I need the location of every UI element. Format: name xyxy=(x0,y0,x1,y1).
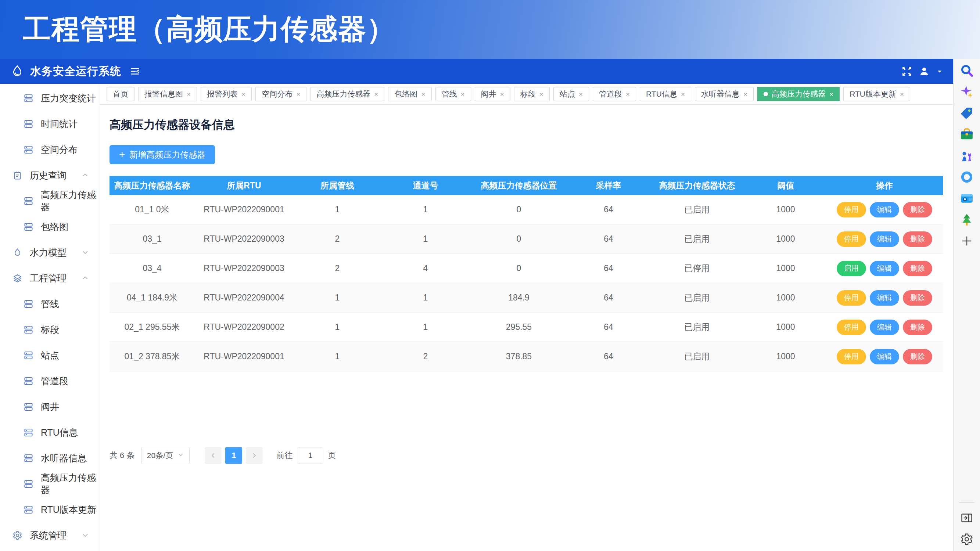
tab-高频压力传感器[interactable]: 高频压力传感器× xyxy=(310,87,384,101)
games-icon[interactable] xyxy=(959,148,975,164)
add-sensor-button[interactable]: + 新增高频压力传感器 xyxy=(110,145,215,164)
close-icon[interactable]: × xyxy=(242,90,245,98)
sidebar-item-包络图[interactable]: 包络图 xyxy=(0,214,99,240)
loop-icon[interactable] xyxy=(959,169,975,185)
user-icon[interactable] xyxy=(919,66,930,77)
dns-icon xyxy=(24,479,33,489)
sidebar-item-标段[interactable]: 标段 xyxy=(0,317,99,342)
tab-高频压力传感器[interactable]: 高频压力传感器× xyxy=(757,87,840,101)
sidebar-item-高频压力传感器[interactable]: 高频压力传感器 xyxy=(0,471,99,497)
sidebar-item-label: 站点 xyxy=(41,349,59,362)
toolbox-icon[interactable] xyxy=(959,126,975,143)
tab-空间分布[interactable]: 空间分布× xyxy=(255,87,307,101)
table-row: 03_4RTU-WP202209000324064已停用1000启用编辑删除 xyxy=(110,254,943,283)
close-icon[interactable]: × xyxy=(579,90,583,98)
close-icon[interactable]: × xyxy=(539,90,544,98)
goto-suffix: 页 xyxy=(328,450,336,461)
delete-button[interactable]: 删除 xyxy=(903,232,932,247)
toggle-status-button[interactable]: 停用 xyxy=(837,232,866,247)
tab-首页[interactable]: 首页 xyxy=(107,87,135,101)
sidebar-item-空间分布[interactable]: 空间分布 xyxy=(0,137,99,162)
table-cell: RTU-WP2022090001 xyxy=(195,205,293,214)
search-edge-icon[interactable] xyxy=(959,62,975,79)
tab-管道段[interactable]: 管道段× xyxy=(593,87,636,101)
row-actions: 停用编辑删除 xyxy=(826,290,943,306)
toggle-status-button[interactable]: 停用 xyxy=(837,290,866,306)
sidebar-item-管线[interactable]: 管线 xyxy=(0,291,99,317)
edit-button[interactable]: 编辑 xyxy=(870,232,899,247)
sidebar-item-管道段[interactable]: 管道段 xyxy=(0,368,99,394)
sidebar-item-系统管理[interactable]: 系统管理 xyxy=(0,522,99,548)
toggle-status-button[interactable]: 停用 xyxy=(837,202,866,218)
tab-RTU信息[interactable]: RTU信息× xyxy=(640,87,691,101)
toggle-status-button[interactable]: 停用 xyxy=(837,319,866,335)
fullscreen-icon[interactable] xyxy=(901,65,913,77)
table-cell: 01_2 378.85米 xyxy=(110,351,195,362)
edit-button[interactable]: 编辑 xyxy=(870,290,899,306)
delete-button[interactable]: 删除 xyxy=(903,290,932,306)
dns-icon xyxy=(24,376,33,386)
delete-button[interactable]: 删除 xyxy=(903,261,932,276)
edit-button[interactable]: 编辑 xyxy=(870,261,899,276)
delete-button[interactable]: 删除 xyxy=(903,319,932,335)
tab-RTU版本更新[interactable]: RTU版本更新× xyxy=(843,87,910,101)
sidebar-item-RTU信息[interactable]: RTU信息 xyxy=(0,419,99,445)
tab-水听器信息[interactable]: 水听器信息× xyxy=(695,87,754,101)
edit-button[interactable]: 编辑 xyxy=(870,349,899,364)
table-cell: 2 xyxy=(293,264,382,273)
tab-标段[interactable]: 标段× xyxy=(514,87,550,101)
close-icon[interactable]: × xyxy=(461,90,465,98)
close-icon[interactable]: × xyxy=(187,90,191,98)
delete-button[interactable]: 删除 xyxy=(903,349,932,364)
tab-报警列表[interactable]: 报警列表× xyxy=(200,87,252,101)
sidebar-item-阀井[interactable]: 阀井 xyxy=(0,394,99,419)
wallet-icon[interactable] xyxy=(959,190,975,206)
toggle-status-button[interactable]: 停用 xyxy=(837,349,866,364)
close-icon[interactable]: × xyxy=(500,90,504,98)
sidebar-item-时间统计[interactable]: 时间统计 xyxy=(0,111,99,137)
close-icon[interactable]: × xyxy=(296,90,300,98)
goto-page-input[interactable] xyxy=(297,447,323,464)
sidebar-item-高频压力传感器[interactable]: 高频压力传感器 xyxy=(0,188,99,214)
toggle-status-button[interactable]: 启用 xyxy=(837,261,866,276)
sidebar-item-压力突变统计[interactable]: 压力突变统计 xyxy=(0,85,99,111)
tab-管线[interactable]: 管线× xyxy=(436,87,471,101)
main-content: 高频压力传感器设备信息 + 新增高频压力传感器 高频压力传感器名称所属RTU所属… xyxy=(99,105,953,551)
edit-button[interactable]: 编辑 xyxy=(870,202,899,218)
plus-edge-icon[interactable] xyxy=(959,233,975,249)
sidebar-item-历史查询[interactable]: 历史查询 xyxy=(0,162,99,188)
next-page-button[interactable] xyxy=(246,447,263,464)
close-icon[interactable]: × xyxy=(421,90,425,98)
tab-报警信息图[interactable]: 报警信息图× xyxy=(138,87,197,101)
collapse-menu-icon[interactable] xyxy=(129,66,140,77)
sidebar-item-站点[interactable]: 站点 xyxy=(0,342,99,368)
edit-button[interactable]: 编辑 xyxy=(870,319,899,335)
tab-包络图[interactable]: 包络图× xyxy=(388,87,431,101)
tag-icon[interactable] xyxy=(959,105,975,121)
close-icon[interactable]: × xyxy=(743,90,748,98)
sidebar-item-水力模型[interactable]: 水力模型 xyxy=(0,240,99,265)
delete-button[interactable]: 删除 xyxy=(903,202,932,218)
close-icon[interactable]: × xyxy=(829,90,834,98)
sidebar-item-水听器信息[interactable]: 水听器信息 xyxy=(0,445,99,471)
caret-down-icon[interactable] xyxy=(935,67,943,75)
sidebar-item-RTU版本更新[interactable]: RTU版本更新 xyxy=(0,497,99,522)
copilot-icon[interactable] xyxy=(959,84,975,100)
tab-站点[interactable]: 站点× xyxy=(554,87,589,101)
close-icon[interactable]: × xyxy=(626,90,630,98)
select-arrow-icon xyxy=(178,451,184,460)
chevron-up-icon xyxy=(81,274,89,282)
close-icon[interactable]: × xyxy=(900,90,904,98)
gear-outline-icon[interactable] xyxy=(959,531,975,547)
sidebar-item-工程管理[interactable]: 工程管理 xyxy=(0,265,99,291)
close-icon[interactable]: × xyxy=(374,90,378,98)
table-cell: RTU-WP2022090003 xyxy=(195,264,293,273)
tree-icon[interactable] xyxy=(959,211,975,228)
page-size-select[interactable]: 20条/页 xyxy=(141,447,189,464)
table-cell: 64 xyxy=(568,264,649,273)
panel-arrow-icon[interactable] xyxy=(959,510,975,526)
page-number-1[interactable]: 1 xyxy=(225,447,242,464)
close-icon[interactable]: × xyxy=(681,90,685,98)
prev-page-button[interactable] xyxy=(205,447,221,464)
tab-阀井[interactable]: 阀井× xyxy=(475,87,511,101)
